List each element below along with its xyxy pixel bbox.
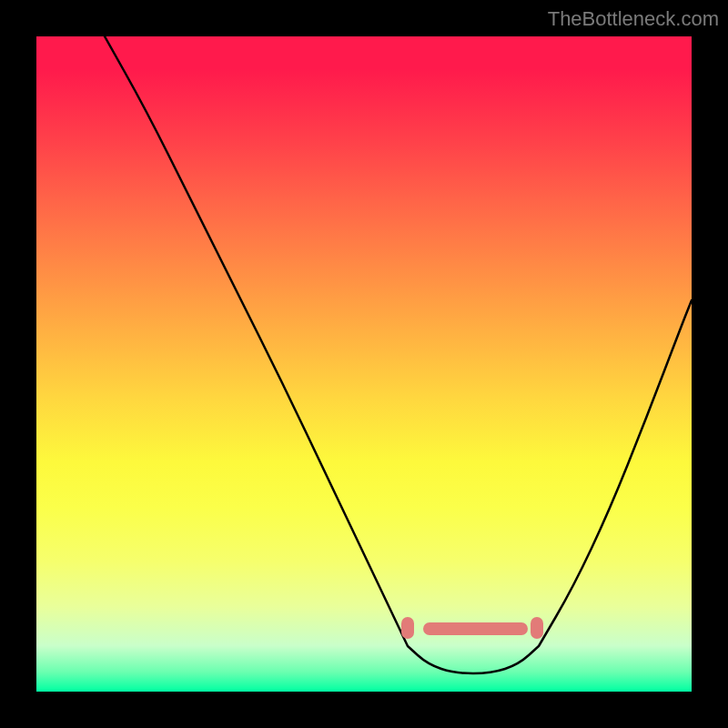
watermark-text: TheBottleneck.com: [548, 7, 719, 31]
chart-frame: TheBottleneck.com: [0, 0, 728, 728]
bottleneck-curve: [36, 36, 692, 692]
plot-area: [36, 36, 692, 692]
valley-left-marker: [401, 617, 414, 639]
valley-right-marker: [531, 617, 543, 639]
valley-band: [423, 622, 528, 635]
